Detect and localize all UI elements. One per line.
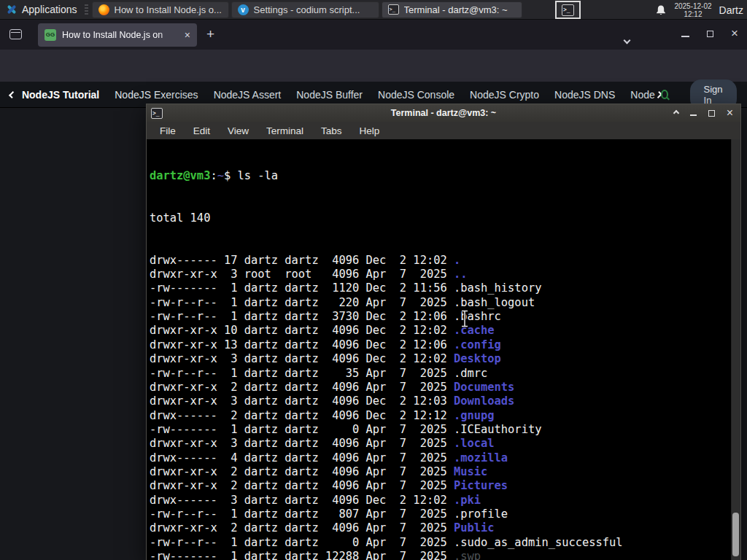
taskbar-button-terminal[interactable]: >_ Terminal - dartz@vm3: ~ bbox=[382, 1, 522, 18]
menu-help[interactable]: Help bbox=[351, 125, 389, 136]
applications-label: Applications bbox=[22, 4, 77, 15]
file-name: Pictures bbox=[454, 479, 508, 492]
terminal-close-button[interactable]: × bbox=[727, 108, 733, 118]
window-maximize-button[interactable] bbox=[707, 31, 713, 37]
nav-item-console[interactable]: NodeJS Console bbox=[378, 89, 454, 101]
window-minimize-button[interactable] bbox=[681, 36, 689, 37]
notification-bell-icon[interactable] bbox=[655, 4, 667, 16]
file-info: -rw-r--r-- 1 dartz dartz 220 Apr 7 2025 bbox=[150, 296, 454, 309]
terminal-line: drwxr-xr-x 2 dartz dartz 4096 Apr 7 2025… bbox=[150, 465, 730, 479]
file-info: drwxr-xr-x 2 dartz dartz 4096 Apr 7 2025 bbox=[150, 381, 454, 394]
file-info: -rw-r--r-- 1 dartz dartz 807 Apr 7 2025 bbox=[150, 508, 454, 521]
file-name: .swp bbox=[454, 550, 481, 560]
prompt-path: ~ bbox=[217, 169, 224, 182]
new-tab-button[interactable]: + bbox=[206, 26, 214, 42]
nav-item-assert[interactable]: NodeJS Assert bbox=[214, 89, 282, 101]
ibeam-cursor bbox=[460, 309, 470, 328]
list-all-tabs-button[interactable] bbox=[624, 33, 630, 46]
file-info: -rw------- 1 dartz dartz 12288 Apr 7 202… bbox=[150, 550, 454, 560]
file-name: .sudo_as_admin_successful bbox=[454, 536, 623, 549]
terminal-line: -rw------- 1 dartz dartz 0 Apr 7 2025 .I… bbox=[150, 423, 730, 437]
shade-window-icon[interactable] bbox=[673, 110, 678, 116]
nav-item-exercises[interactable]: NodeJS Exercises bbox=[115, 89, 198, 101]
terminal-line: drwxr-xr-x 2 dartz dartz 4096 Apr 7 2025… bbox=[150, 479, 730, 493]
applications-menu[interactable]: Applications bbox=[0, 0, 83, 20]
file-info: drwxr-xr-x 3 dartz dartz 4096 Apr 7 2025 bbox=[150, 437, 454, 450]
file-info: drwxr-xr-x 2 dartz dartz 4096 Apr 7 2025 bbox=[150, 521, 454, 534]
terminal-scrollbar[interactable] bbox=[731, 139, 740, 560]
terminal-line: -rw-r--r-- 1 dartz dartz 3730 Dec 2 12:0… bbox=[150, 310, 730, 324]
file-name: .profile bbox=[454, 508, 508, 521]
terminal-icon: >_ bbox=[388, 4, 399, 15]
file-info: drwxr-xr-x 3 dartz dartz 4096 Dec 2 12:0… bbox=[150, 394, 454, 408]
file-name: .bash_logout bbox=[454, 296, 535, 309]
applications-icon bbox=[6, 4, 18, 15]
terminal-line: -rw-r--r-- 1 dartz dartz 807 Apr 7 2025 … bbox=[150, 508, 730, 521]
file-name: Documents bbox=[454, 381, 514, 394]
file-name: .mozilla bbox=[454, 451, 508, 464]
file-info: -rw------- 1 dartz dartz 0 Apr 7 2025 bbox=[150, 423, 454, 436]
terminal-line: drwxr-xr-x 2 dartz dartz 4096 Apr 7 2025… bbox=[150, 381, 730, 394]
file-name: Music bbox=[454, 465, 487, 478]
menu-terminal[interactable]: Terminal bbox=[258, 125, 312, 136]
scrollbar-thumb[interactable] bbox=[732, 513, 739, 556]
terminal-line: drwxr-xr-x 3 dartz dartz 4096 Dec 2 12:0… bbox=[150, 352, 730, 366]
file-info: drwx------ 2 dartz dartz 4096 Dec 2 12:1… bbox=[150, 409, 454, 422]
menu-edit[interactable]: Edit bbox=[185, 125, 219, 136]
menu-view[interactable]: View bbox=[219, 125, 258, 136]
tab-close-icon[interactable]: × bbox=[185, 30, 190, 40]
panel-separator bbox=[85, 3, 88, 16]
firefox-tabbar: GG How to Install Node.js on × + × bbox=[0, 20, 747, 50]
nav-item-tutorial[interactable]: NodeJS Tutorial bbox=[22, 89, 99, 101]
firefox-icon bbox=[98, 4, 109, 15]
terminal-line: -rw------- 1 dartz dartz 12288 Apr 7 202… bbox=[150, 550, 730, 560]
nav-item-crypto[interactable]: NodeJS Crypto bbox=[470, 89, 539, 101]
terminal-titlebar[interactable]: >_ Terminal - dartz@vm3: ~ × bbox=[147, 104, 740, 122]
browser-tab[interactable]: GG How to Install Node.js on × bbox=[38, 23, 197, 47]
taskbar-button-firefox[interactable]: How to Install Node.js o... bbox=[92, 1, 229, 18]
menu-tabs[interactable]: Tabs bbox=[312, 125, 351, 136]
prompt-userhost: dartz@vm3 bbox=[150, 169, 210, 182]
terminal-line: -rw------- 1 dartz dartz 1120 Dec 2 11:5… bbox=[150, 281, 730, 295]
terminal-window: >_ Terminal - dartz@vm3: ~ × File Edit V… bbox=[146, 104, 741, 560]
panel-user-label: Dartz bbox=[719, 4, 743, 16]
clock-date: 2025-12-02 bbox=[674, 2, 711, 10]
clock-time: 12:12 bbox=[674, 10, 711, 18]
search-icon[interactable] bbox=[661, 90, 668, 99]
terminal-line: drwxr-xr-x 3 root root 4096 Apr 7 2025 .… bbox=[150, 268, 730, 281]
firefox-view-icon[interactable] bbox=[9, 29, 22, 39]
nav-item-clipped[interactable]: Node bbox=[630, 89, 654, 101]
terminal-screen[interactable]: dartz@vm3:~$ ls -la total 140 drwx------… bbox=[147, 139, 740, 560]
terminal-line: -rw-r--r-- 1 dartz dartz 35 Apr 7 2025 .… bbox=[150, 367, 730, 381]
terminal-menubar: File Edit View Terminal Tabs Help bbox=[147, 122, 740, 139]
terminal-line: drwxr-xr-x 13 dartz dartz 4096 Dec 2 12:… bbox=[150, 338, 730, 352]
file-info: drwx------ 4 dartz dartz 4096 Apr 7 2025 bbox=[150, 451, 454, 464]
nav-scroll-left-icon[interactable] bbox=[9, 91, 16, 98]
nav-item-buffer[interactable]: NodeJS Buffer bbox=[296, 89, 363, 101]
nav-item-dns[interactable]: NodeJS DNS bbox=[554, 89, 615, 101]
prompt-line: dartz@vm3:~$ ls -la bbox=[150, 169, 730, 183]
file-name: .ICEauthority bbox=[454, 423, 541, 436]
file-info: drwxr-xr-x 2 dartz dartz 4096 Apr 7 2025 bbox=[150, 479, 454, 492]
file-info: drwxr-xr-x 2 dartz dartz 4096 Apr 7 2025 bbox=[150, 465, 454, 478]
window-close-button[interactable]: × bbox=[731, 28, 738, 39]
firefox-toolbar: ← → ↻ https://www.geeksforgeeks.org/node… bbox=[0, 50, 747, 82]
terminal-line: drwx------ 2 dartz dartz 4096 Dec 2 12:1… bbox=[150, 409, 730, 423]
terminal-line: drwx------ 3 dartz dartz 4096 Dec 2 12:0… bbox=[150, 494, 730, 508]
terminal-minimize-button[interactable] bbox=[690, 114, 697, 116]
terminal-maximize-button[interactable] bbox=[708, 110, 715, 117]
panel-clock[interactable]: 2025-12-02 12:12 bbox=[674, 2, 711, 18]
terminal-line: drwxr-xr-x 2 dartz dartz 4096 Apr 7 2025… bbox=[150, 521, 730, 535]
file-name: .dmrc bbox=[454, 367, 487, 380]
prompt-command: $ ls -la bbox=[224, 169, 278, 182]
file-info: -rw-r--r-- 1 dartz dartz 3730 Dec 2 12:0… bbox=[150, 310, 454, 323]
file-name: .bash_history bbox=[454, 281, 541, 295]
tray-terminal-launcher[interactable]: >_ bbox=[555, 1, 581, 19]
menu-file[interactable]: File bbox=[151, 125, 185, 136]
file-name: .config bbox=[454, 338, 501, 351]
file-info: -rw-r--r-- 1 dartz dartz 0 Apr 7 2025 bbox=[150, 536, 454, 549]
taskbar-label: How to Install Node.js o... bbox=[115, 4, 222, 15]
taskbar-button-codium[interactable]: v Settings - codium script... bbox=[231, 1, 379, 18]
terminal-icon: >_ bbox=[562, 4, 574, 16]
file-info: -rw------- 1 dartz dartz 1120 Dec 2 11:5… bbox=[150, 281, 454, 295]
